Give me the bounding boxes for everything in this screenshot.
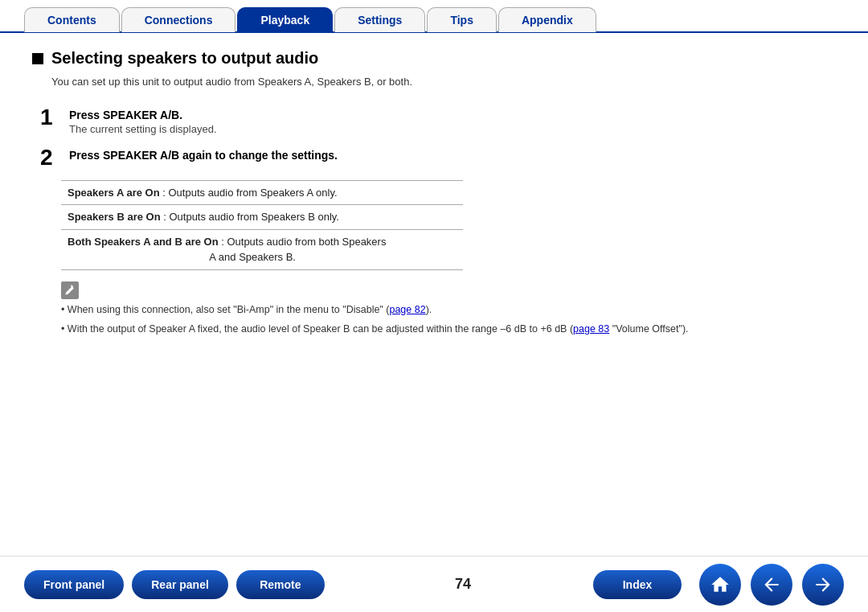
home-button[interactable]	[699, 564, 741, 606]
forward-button[interactable]	[802, 564, 844, 606]
table-cell: Both Speakers A and B are On : Outputs a…	[61, 229, 463, 269]
section-title: Selecting speakers to output audio	[32, 49, 836, 68]
index-button[interactable]: Index	[593, 570, 682, 599]
steps-container: 1 Press SPEAKER A/B. The current setting…	[40, 106, 836, 169]
step-2-content: Press SPEAKER A/B again to change the se…	[69, 146, 338, 163]
intro-text: You can set up this unit to output audio…	[51, 74, 836, 90]
remote-button[interactable]: Remote	[236, 570, 325, 599]
table-row: Both Speakers A and B are On : Outputs a…	[61, 229, 463, 269]
tab-appendix[interactable]: Appendix	[498, 7, 596, 32]
navigation-tabs: Contents Connections Playback Settings T…	[0, 0, 868, 33]
page-number: 74	[349, 576, 577, 593]
tab-playback[interactable]: Playback	[237, 7, 333, 32]
tab-tips[interactable]: Tips	[427, 7, 497, 32]
section-title-text: Selecting speakers to output audio	[51, 49, 318, 68]
step-2-title: Press SPEAKER A/B again to change the se…	[69, 149, 338, 162]
table-row: Speakers B are On : Outputs audio from S…	[61, 205, 463, 230]
step-1-number: 1	[40, 106, 58, 129]
main-content: Selecting speakers to output audio You c…	[0, 33, 868, 348]
note-text-2: • With the output of Speaker A fixed, th…	[61, 321, 836, 337]
tab-settings[interactable]: Settings	[334, 7, 425, 32]
back-button[interactable]	[751, 564, 792, 606]
step-1-content: Press SPEAKER A/B. The current setting i…	[69, 106, 217, 135]
rear-panel-button[interactable]: Rear panel	[132, 570, 228, 599]
note-link-2[interactable]: page 83	[573, 323, 609, 335]
table-cell: Speakers A are On : Outputs audio from S…	[61, 180, 463, 205]
tab-contents[interactable]: Contents	[24, 7, 120, 32]
step-2: 2 Press SPEAKER A/B again to change the …	[40, 146, 836, 169]
arrow-right-icon	[813, 574, 833, 595]
step-2-number: 2	[40, 146, 58, 169]
note-icon	[61, 281, 836, 302]
speaker-table: Speakers A are On : Outputs audio from S…	[61, 180, 463, 270]
front-panel-button[interactable]: Front panel	[24, 570, 124, 599]
tab-connections[interactable]: Connections	[121, 7, 236, 32]
step-1: 1 Press SPEAKER A/B. The current setting…	[40, 106, 836, 135]
step-1-subtitle: The current setting is displayed.	[69, 123, 217, 135]
table-row: Speakers A are On : Outputs audio from S…	[61, 180, 463, 205]
bottom-right-icons	[690, 564, 844, 606]
arrow-left-icon	[761, 574, 782, 595]
title-square-icon	[32, 53, 43, 64]
note-text-1: • When using this connection, also set "…	[61, 302, 836, 318]
note-section: • When using this connection, also set "…	[61, 281, 836, 337]
note-link-1[interactable]: page 82	[389, 304, 425, 315]
home-icon	[710, 574, 731, 595]
bottom-bar: Front panel Rear panel Remote 74 Index	[0, 556, 868, 612]
table-cell: Speakers B are On : Outputs audio from S…	[61, 205, 463, 230]
step-1-title: Press SPEAKER A/B.	[69, 109, 217, 121]
